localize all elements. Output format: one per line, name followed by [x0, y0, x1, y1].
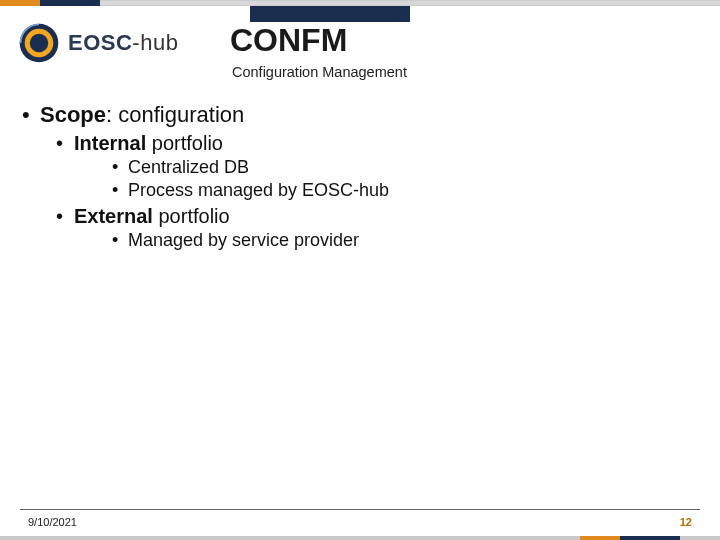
external-rest: portfolio	[159, 205, 230, 227]
bottom-stripe-group	[0, 536, 720, 540]
bullet-external: External portfolio Managed by service pr…	[40, 205, 692, 251]
top-stripe-gray	[100, 0, 720, 6]
bullet-internal-item-1: Process managed by EOSC-hub	[74, 180, 692, 201]
brand-name: EOSC	[68, 30, 132, 55]
bottom-stripe-orange	[580, 536, 620, 540]
brand-suffix: -hub	[132, 30, 178, 55]
top-navy-block	[250, 6, 410, 22]
eosc-hub-logo-icon	[18, 22, 60, 64]
bottom-stripe-gray	[0, 536, 580, 540]
internal-rest: portfolio	[152, 132, 223, 154]
svg-point-2	[30, 34, 48, 52]
brand-logo: EOSC-hub	[18, 22, 178, 64]
slide: EOSC-hub CONFM Configuration Management …	[0, 0, 720, 540]
top-stripe-group	[0, 0, 720, 6]
bullet-internal: Internal portfolio Centralized DB Proces…	[40, 132, 692, 201]
scope-label: Scope	[40, 102, 106, 127]
footer-date: 9/10/2021	[28, 516, 77, 528]
slide-title: CONFM	[230, 22, 347, 59]
bullet-internal-item-0: Centralized DB	[74, 157, 692, 178]
bottom-stripe-navy	[620, 536, 680, 540]
slide-subtitle: Configuration Management	[232, 64, 407, 80]
external-bold: External	[74, 205, 153, 227]
brand-logo-text: EOSC-hub	[68, 30, 178, 56]
scope-value: configuration	[118, 102, 244, 127]
top-stripe-navy	[40, 0, 100, 6]
bullet-scope: Scope: configuration Internal portfolio …	[22, 102, 692, 251]
page-number: 12	[680, 516, 692, 528]
bullet-external-item-0: Managed by service provider	[74, 230, 692, 251]
internal-bold: Internal	[74, 132, 146, 154]
slide-body: Scope: configuration Internal portfolio …	[22, 102, 692, 255]
top-stripe-orange	[0, 0, 40, 6]
footer-divider	[20, 509, 700, 510]
bottom-stripe-gray-end	[680, 536, 720, 540]
